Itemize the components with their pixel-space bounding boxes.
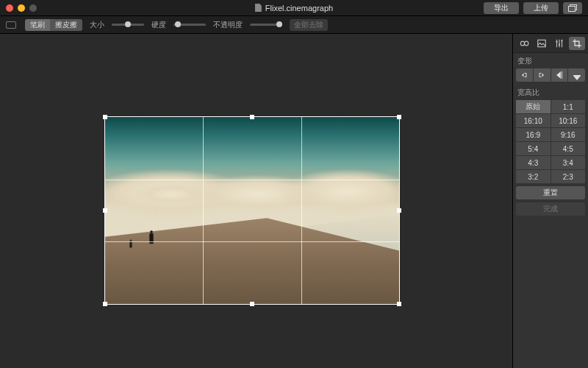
- ratio-2-3[interactable]: 2:3: [551, 170, 586, 183]
- inspector-tabs: [513, 34, 588, 53]
- ratio-1-1[interactable]: 1:1: [551, 100, 586, 113]
- ratio-3-4[interactable]: 3:4: [551, 156, 586, 169]
- brush-button[interactable]: 笔刷: [25, 19, 50, 31]
- tab-adjust[interactable]: [551, 37, 567, 50]
- document-title-text: Flixel.cinemagraph: [265, 4, 333, 13]
- hardness-slider[interactable]: [173, 24, 206, 26]
- flip-v-icon: [573, 76, 581, 80]
- crop-handle-se[interactable]: [397, 302, 401, 306]
- rotate-right-button[interactable]: [534, 68, 551, 82]
- crop-handle-nw[interactable]: [103, 115, 107, 119]
- rotate-left-button[interactable]: [516, 68, 533, 82]
- tab-mask[interactable]: [534, 37, 550, 50]
- ratio-10-16[interactable]: 10:16: [551, 114, 586, 127]
- svg-point-2: [559, 43, 560, 45]
- camera-icon: [6, 21, 16, 29]
- ratio-4-3[interactable]: 4:3: [516, 156, 551, 169]
- grid-line: [105, 180, 399, 180]
- document-icon: [255, 4, 262, 12]
- ratio-4-5[interactable]: 4:5: [551, 142, 586, 155]
- ratio-5-4[interactable]: 5:4: [516, 142, 551, 155]
- tab-loop[interactable]: [516, 37, 532, 50]
- svg-point-3: [561, 40, 562, 41]
- done-button: 完成: [516, 202, 585, 216]
- flip-vertical-button[interactable]: [568, 68, 585, 82]
- crop-handle-ne[interactable]: [397, 115, 401, 119]
- document-title: Flixel.cinemagraph: [0, 4, 588, 13]
- sliders-icon: [554, 38, 564, 49]
- cinemagraph-image: [105, 117, 399, 304]
- toolbar: 笔刷 擦皮擦 大小 硬度 不透明度 全部去除: [0, 16, 588, 34]
- hardness-label: 硬度: [151, 20, 166, 30]
- opacity-slider[interactable]: [250, 24, 282, 26]
- grid-line: [105, 241, 399, 242]
- titlebar: Flixel.cinemagraph 导出 上传: [0, 0, 588, 16]
- tab-crop[interactable]: [569, 37, 585, 50]
- image-icon: [537, 38, 547, 49]
- canvas-area[interactable]: [0, 34, 512, 368]
- rotate-right-icon: [537, 71, 546, 79]
- size-slider[interactable]: [112, 24, 144, 26]
- eraser-button[interactable]: 擦皮擦: [50, 19, 82, 31]
- crop-handle-n[interactable]: [250, 115, 254, 119]
- crop-frame[interactable]: [105, 117, 399, 304]
- brush-eraser-segment: 笔刷 擦皮擦: [25, 19, 82, 31]
- crop-icon: [572, 38, 582, 49]
- flip-h-icon: [556, 71, 561, 79]
- infinity-icon: [519, 38, 529, 49]
- grid-line: [203, 117, 204, 304]
- ratio-9-16[interactable]: 9:16: [551, 128, 586, 141]
- size-label: 大小: [90, 20, 104, 30]
- crop-handle-w[interactable]: [103, 208, 107, 213]
- flip-horizontal-button[interactable]: [551, 68, 568, 82]
- aspect-section-label: 宽高比: [513, 85, 588, 100]
- ratio-16-9[interactable]: 16:9: [516, 128, 551, 141]
- inspector-panel: 变形 宽高比 原始 1:1 16:10 10:16 16:9 9:16 5:4 …: [512, 34, 588, 368]
- crop-handle-e[interactable]: [397, 208, 401, 213]
- transform-section-label: 变形: [513, 53, 588, 68]
- ratio-16-10[interactable]: 16:10: [516, 114, 551, 127]
- panels-icon: [568, 4, 577, 11]
- clear-all-button[interactable]: 全部去除: [290, 19, 328, 31]
- grid-line: [301, 117, 302, 304]
- opacity-label: 不透明度: [213, 20, 243, 30]
- ratio-3-2[interactable]: 3:2: [516, 170, 551, 183]
- ratio-original[interactable]: 原始: [516, 100, 551, 113]
- reset-button[interactable]: 重置: [516, 186, 585, 199]
- crop-handle-s[interactable]: [250, 302, 254, 306]
- aspect-ratio-grid: 原始 1:1 16:10 10:16 16:9 9:16 5:4 4:5 4:3…: [513, 100, 588, 183]
- rotate-left-icon: [520, 71, 528, 79]
- svg-point-1: [556, 40, 557, 42]
- crop-handle-sw[interactable]: [103, 302, 107, 306]
